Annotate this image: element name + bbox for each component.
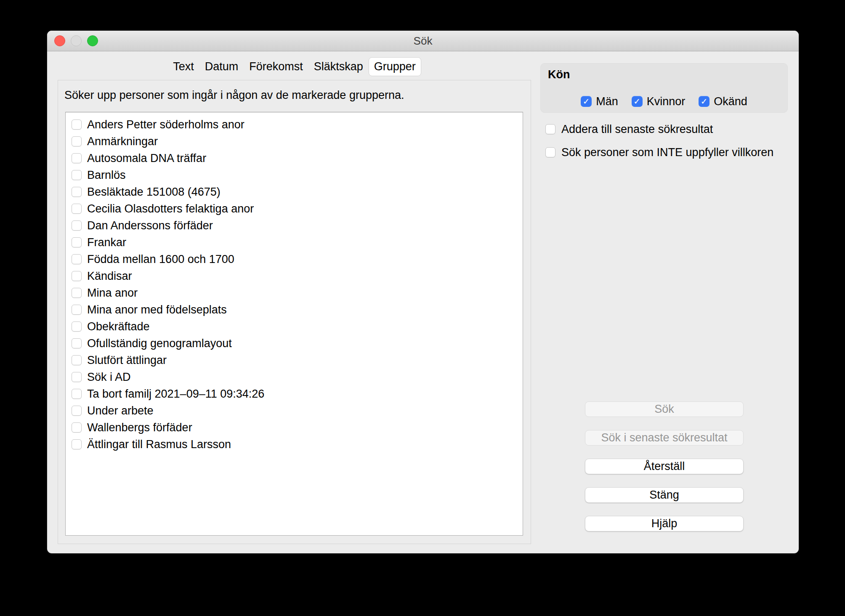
group-checkbox-barnlos[interactable] [72,170,82,180]
group-checkbox-attlingar-till-rasmus-larsson[interactable] [72,439,82,449]
window-title: Sök [47,31,799,51]
option-label: Addera till senaste sökresultat [561,123,713,136]
group-label: Mina anor med födelseplats [87,303,227,316]
group-row: Sök i AD [66,369,523,385]
tab-forekomst[interactable]: Förekomst [244,57,308,76]
group-row: Anmärkningar [66,133,523,150]
traffic-lights [54,31,98,51]
group-label: Dan Anderssons förfäder [87,219,213,232]
group-row: Ta bort familj 2021–09–11 09:34:26 [66,385,523,402]
group-row: Födda mellan 1600 och 1700 [66,251,523,268]
group-label: Under arbete [87,404,154,417]
group-label: Ta bort familj 2021–09–11 09:34:26 [87,388,264,401]
search-options: Addera till senaste sökresultatSök perso… [545,123,773,159]
tab-grupper[interactable]: Grupper [369,57,421,76]
stang-button[interactable]: Stäng [585,487,744,503]
group-label: Besläktade 151008 (4675) [87,186,221,199]
gender-label: Män [596,95,618,108]
group-label: Anders Petter söderholms anor [87,118,244,131]
group-checkbox-cecilia-olasdotters-felaktiga-anor[interactable] [72,204,82,214]
group-label: Kändisar [87,270,132,283]
group-label: Anmärkningar [87,135,158,148]
group-row: Cecilia Olasdotters felaktiga anor [66,200,523,217]
search-window: Sök TextDatumFörekomstSläktskapGrupper S… [47,31,799,553]
gender-checkbox-kvinnor[interactable]: ✓ [632,96,643,107]
group-row: Mina anor med födelseplats [66,301,523,318]
option-row: Addera till senaste sökresultat [545,123,773,135]
group-label: Slutfört ättlingar [87,354,167,367]
option-label: Sök personer som INTE uppfyller villkore… [561,146,773,159]
button-column: SökSök i senaste sökresultatÅterställStä… [585,401,744,531]
groups-list: Anders Petter söderholms anorAnmärkninga… [65,112,523,536]
group-label: Ofullständig genogramlayout [87,337,232,350]
group-row: Wallenbergs förfäder [66,419,523,436]
gender-title: Kön [548,68,570,81]
gender-checkbox-man[interactable]: ✓ [581,96,592,107]
groups-description: Söker upp personer som ingår i någon av … [64,89,404,102]
gender-option-man: ✓Män [581,95,618,108]
group-checkbox-dan-anderssons-forfader[interactable] [72,220,82,231]
option-checkbox-sok-personer-som-inte-uppfyller-villkore[interactable] [545,147,555,157]
group-checkbox-under-arbete[interactable] [72,406,82,416]
gender-label: Okänd [714,95,747,108]
group-checkbox-slutfort-attlingar[interactable] [72,355,82,365]
gender-label: Kvinnor [647,95,686,108]
group-checkbox-autosomala-dna-traffar[interactable] [72,153,82,163]
group-row: Kändisar [66,268,523,284]
group-checkbox-beslaktade-151008-4675[interactable] [72,187,82,197]
group-row: Ättlingar till Rasmus Larsson [66,436,523,453]
gender-checkbox-okand[interactable]: ✓ [699,96,709,107]
close-button[interactable] [54,35,65,46]
minimize-button[interactable] [71,35,82,46]
group-row: Dan Anderssons förfäder [66,217,523,234]
group-label: Obekräftade [87,320,150,333]
group-checkbox-kandisar[interactable] [72,271,82,281]
tab-slaktskap[interactable]: Släktskap [308,57,369,76]
group-checkbox-mina-anor-med-fodelseplats[interactable] [72,305,82,315]
gender-option-okand: ✓Okänd [699,95,747,108]
group-label: Autosomala DNA träffar [87,152,206,165]
aterstall-button[interactable]: Återställ [585,459,744,474]
group-label: Födda mellan 1600 och 1700 [87,253,234,266]
group-label: Mina anor [87,287,138,300]
group-checkbox-obekraftade[interactable] [72,321,82,332]
option-checkbox-addera-till-senaste-sokresultat[interactable] [545,124,555,134]
group-row: Besläktade 151008 (4675) [66,183,523,200]
gender-groupbox: Kön ✓Män✓Kvinnor✓Okänd [540,63,788,113]
group-row: Frankar [66,234,523,251]
gender-options-row: ✓Män✓Kvinnor✓Okänd [541,96,787,107]
group-label: Sök i AD [87,371,131,384]
tab-text[interactable]: Text [167,57,199,76]
group-row: Slutfört ättlingar [66,352,523,369]
group-row: Autosomala DNA träffar [66,150,523,167]
group-label: Wallenbergs förfäder [87,421,192,434]
group-checkbox-fodda-mellan-1600-och-1700[interactable] [72,254,82,264]
group-checkbox-anmarkningar[interactable] [72,136,82,146]
sok-i-senaste-sokresultat-button: Sök i senaste sökresultat [585,430,744,446]
group-row: Mina anor [66,284,523,301]
group-checkbox-sok-i-ad[interactable] [72,372,82,382]
group-row: Anders Petter söderholms anor [66,116,523,133]
group-checkbox-ofullstandig-genogramlayout[interactable] [72,338,82,348]
window-titlebar[interactable]: Sök [47,31,799,51]
group-label: Ättlingar till Rasmus Larsson [87,438,231,451]
zoom-button[interactable] [87,35,98,46]
group-checkbox-mina-anor[interactable] [72,288,82,298]
group-checkbox-ta-bort-familj-2021-09-11-09-34-26[interactable] [72,389,82,399]
sok-button: Sök [585,401,744,417]
gender-option-kvinnor: ✓Kvinnor [632,95,686,108]
group-row: Obekräftade [66,318,523,335]
group-label: Frankar [87,236,126,249]
option-row: Sök personer som INTE uppfyller villkore… [545,146,773,159]
group-row: Under arbete [66,402,523,419]
group-checkbox-frankar[interactable] [72,237,82,247]
group-checkbox-anders-petter-soderholms-anor[interactable] [72,119,82,130]
tab-bar: TextDatumFörekomstSläktskapGrupper [58,57,531,76]
group-label: Cecilia Olasdotters felaktiga anor [87,202,254,215]
group-row: Ofullständig genogramlayout [66,335,523,352]
tab-datum[interactable]: Datum [199,57,244,76]
hjalp-button[interactable]: Hjälp [585,516,744,531]
group-checkbox-wallenbergs-forfader[interactable] [72,422,82,433]
group-label: Barnlös [87,169,126,182]
groups-panel: Söker upp personer som ingår i någon av … [58,80,531,544]
